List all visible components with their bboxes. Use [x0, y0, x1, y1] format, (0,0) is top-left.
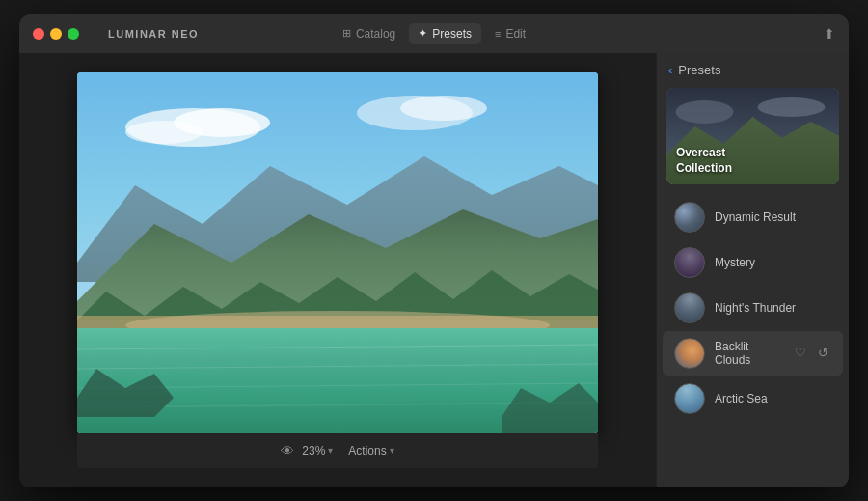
svg-point-5 — [400, 96, 487, 121]
preset-name-mystery: Mystery — [715, 256, 831, 269]
preset-thumb-arctic-sea — [674, 383, 705, 414]
edit-icon: ≡ — [495, 28, 501, 40]
app-name: LUMINAR NEO — [108, 28, 199, 40]
collection-label: Overcast Collection — [676, 146, 732, 176]
view-icon[interactable]: 👁 — [281, 443, 294, 459]
minimize-button[interactable] — [50, 28, 62, 40]
app-logo: LUMINAR NEO — [108, 28, 199, 40]
preset-name-backlit-clouds: Backlit Clouds — [715, 340, 782, 367]
tab-catalog-label: Catalog — [356, 27, 395, 41]
zoom-control[interactable]: 23% ▾ — [302, 444, 333, 458]
collection-title-line1: Overcast — [676, 146, 732, 161]
main-content: 👁 23% ▾ Actions ▾ ‹ Presets — [19, 53, 849, 487]
export-button[interactable]: ⬆ — [824, 26, 835, 42]
close-button[interactable] — [33, 28, 44, 40]
preset-name-arctic-sea: Arctic Sea — [715, 392, 831, 405]
panel-title: Presets — [678, 63, 720, 77]
svg-point-21 — [758, 97, 826, 117]
preset-thumb-mystery — [674, 247, 705, 278]
svg-point-3 — [125, 121, 203, 144]
presets-icon: ✦ — [419, 27, 427, 40]
preset-name-nights-thunder: Night's Thunder — [715, 301, 831, 315]
catalog-icon: ⊞ — [342, 27, 351, 40]
zoom-value: 23% — [302, 444, 325, 458]
preset-thumb-backlit-clouds — [674, 338, 705, 369]
bottom-toolbar: 👁 23% ▾ Actions ▾ — [77, 433, 598, 468]
collection-card[interactable]: Overcast Collection — [666, 88, 839, 184]
photo-container — [77, 72, 598, 433]
photo-image — [77, 72, 598, 433]
actions-label: Actions — [348, 444, 386, 458]
preset-actions-backlit-clouds: ♡ ↺ — [792, 346, 831, 360]
title-bar: LUMINAR NEO ⊞ Catalog ✦ Presets ≡ Edit ⬆ — [19, 14, 849, 53]
tab-edit[interactable]: ≡ Edit — [485, 23, 535, 44]
preset-thumb-nights-thunder — [674, 292, 705, 323]
actions-button[interactable]: Actions ▾ — [348, 444, 393, 458]
maximize-button[interactable] — [68, 28, 79, 40]
back-button[interactable]: ‹ — [668, 63, 672, 77]
actions-arrow-icon: ▾ — [390, 445, 394, 456]
preset-item-arctic-sea[interactable]: Arctic Sea — [663, 376, 843, 421]
collection-title-line2: Collection — [676, 161, 732, 177]
reset-button[interactable]: ↺ — [814, 346, 831, 360]
preset-list: Dynamic Result Mystery Night's Thunder B… — [657, 194, 849, 487]
preset-thumb-dynamic-result — [674, 202, 705, 233]
canvas-area: 👁 23% ▾ Actions ▾ — [19, 53, 656, 487]
app-window: LUMINAR NEO ⊞ Catalog ✦ Presets ≡ Edit ⬆ — [19, 14, 849, 487]
favorite-button[interactable]: ♡ — [792, 346, 809, 360]
preset-item-nights-thunder[interactable]: Night's Thunder — [663, 286, 843, 330]
preset-item-mystery[interactable]: Mystery — [663, 240, 843, 285]
nav-tabs: ⊞ Catalog ✦ Presets ≡ Edit — [333, 23, 535, 44]
svg-point-20 — [676, 100, 734, 124]
tab-presets-label: Presets — [432, 27, 472, 41]
zoom-arrow-icon: ▾ — [328, 445, 333, 456]
traffic-lights — [33, 28, 79, 40]
panel-header: ‹ Presets — [657, 53, 849, 88]
right-panel: ‹ Presets — [656, 53, 849, 487]
preset-item-dynamic-result[interactable]: Dynamic Result — [663, 195, 843, 239]
tab-presets[interactable]: ✦ Presets — [409, 23, 481, 44]
preset-item-backlit-clouds[interactable]: Backlit Clouds ♡ ↺ — [663, 331, 843, 376]
tab-catalog[interactable]: ⊞ Catalog — [333, 23, 405, 44]
tab-edit-label: Edit — [505, 27, 526, 41]
preset-name-dynamic-result: Dynamic Result — [715, 210, 831, 224]
